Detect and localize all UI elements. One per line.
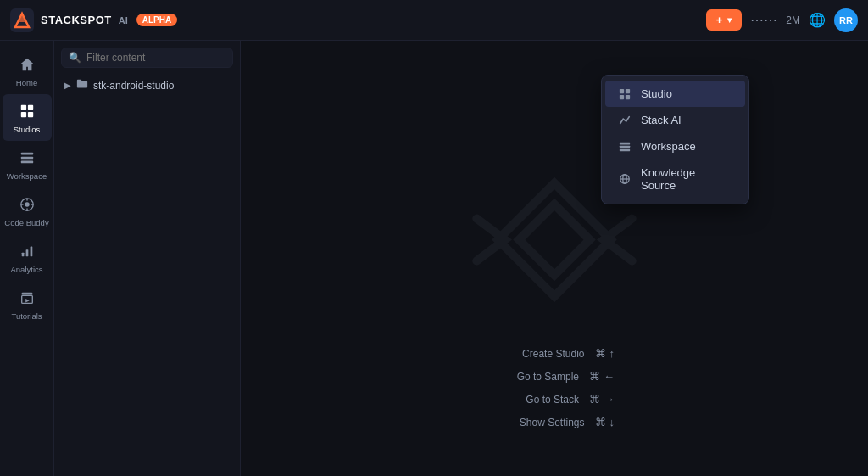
main-area: Create Studio ⌘ ↑ Go to Sample ⌘ ← Go to… [241,41,868,476]
dropdown-item-workspace[interactable]: Workspace [605,133,745,160]
key-down: ↓ [609,416,615,428]
key-left: ← [604,370,615,383]
svg-rect-24 [620,142,630,144]
svg-rect-8 [20,157,32,160]
svg-rect-19 [21,295,32,303]
dropdown-menu: Studio Stack AI Workspac [601,75,749,204]
shortcut-label-show-settings: Show Settings [500,417,585,428]
tree-item-label: stk-android-studio [93,80,174,92]
main-layout: Home Studios Work [0,41,868,476]
shortcut-keys-goto-sample: ⌘ ← [589,370,615,383]
key-up: ↑ [609,347,615,360]
key-right: → [604,393,615,406]
sidebar-item-home[interactable]: Home [3,48,52,94]
shortcuts-panel: Create Studio ⌘ ↑ Go to Sample ⌘ ← Go to… [494,342,615,434]
sidebar: Home Studios Work [0,41,54,476]
sidebar-label-tutorials: Tutorials [11,311,42,321]
shortcut-row-goto-stack: Go to Stack ⌘ → [494,388,615,411]
svg-rect-23 [626,94,630,98]
search-input[interactable] [86,52,225,64]
svg-rect-17 [25,249,28,256]
svg-rect-25 [620,145,630,148]
logo-icon [10,8,34,32]
shortcut-keys-create-studio: ⌘ ↑ [595,347,615,360]
grid-menu-button[interactable]: ⋯⋯ [750,12,777,28]
sidebar-label-code-buddy: Code Buddy [4,218,48,227]
svg-rect-20 [620,88,624,92]
search-icon: 🔍 [69,52,81,64]
sidebar-label-analytics: Analytics [10,265,42,274]
plan-text: 2M [786,14,800,26]
brand-name: STACKSPOT [41,14,112,26]
sidebar-label-workspace: Workspace [7,171,47,181]
dropdown-item-stack-ai[interactable]: Stack AI [605,107,745,133]
grid-icon: ⋯⋯ [750,12,777,28]
dropdown-label-stack-ai: Stack AI [641,114,682,126]
header-right: + ▾ ⋯⋯ 2M 🌐 RR [706,8,858,32]
shortcut-label-goto-sample: Go to Sample [494,371,579,383]
shortcut-label-create-studio: Create Studio [500,348,585,360]
shortcut-row-goto-sample: Go to Sample ⌘ ← [494,365,615,388]
dropdown-label-knowledge: Knowledge Source [641,166,733,192]
key-cmd: ⌘ [589,370,600,383]
new-button[interactable]: + ▾ [706,9,743,31]
chevron-right-icon: ▶ [64,81,71,90]
sidebar-item-studios[interactable]: Studios [3,94,52,141]
shortcut-label-goto-stack: Go to Stack [494,394,579,406]
dropdown-label-workspace: Workspace [641,140,696,153]
sidebar-label-studios: Studios [14,125,41,134]
dropdown-item-knowledge-source[interactable]: Knowledge Source [605,160,745,199]
stack-ai-icon [617,115,632,126]
svg-rect-7 [20,153,32,155]
tree-item-studio[interactable]: ▶ stk-android-studio [61,75,233,96]
home-icon [17,54,37,75]
svg-rect-3 [20,105,25,110]
header-left: STACKSPOT AI ALPHA [10,8,177,32]
chevron-down-icon: ▾ [727,15,732,25]
svg-point-11 [25,202,29,206]
knowledge-icon [617,173,632,185]
sidebar-label-home: Home [16,78,37,87]
tutorials-icon [17,288,37,308]
search-bar[interactable]: 🔍 [61,48,233,68]
alpha-badge: ALPHA [136,14,177,26]
code-buddy-icon [17,194,37,215]
sidebar-item-analytics[interactable]: Analytics [3,234,52,281]
studio-icon [617,88,632,100]
key-cmd: ⌘ [589,393,600,406]
svg-rect-18 [30,247,32,257]
key-cmd: ⌘ [595,416,606,428]
svg-rect-21 [626,88,630,92]
shortcut-row-show-settings: Show Settings ⌘ ↓ [494,411,615,434]
svg-rect-5 [20,112,25,117]
studios-icon [17,101,37,121]
folder-icon [76,78,88,92]
file-tree: 🔍 ▶ stk-android-studio [54,41,241,476]
svg-rect-16 [21,253,24,257]
analytics-icon [17,241,37,261]
shortcut-keys-goto-stack: ⌘ → [589,393,615,406]
sidebar-item-tutorials[interactable]: Tutorials [3,281,52,328]
globe-icon: 🌐 [809,12,826,28]
key-cmd: ⌘ [595,347,606,360]
workspace-dropdown-icon [617,141,632,153]
plus-icon: + [716,14,723,26]
svg-rect-4 [27,105,32,110]
svg-rect-22 [620,94,624,98]
sidebar-item-workspace[interactable]: Workspace [3,141,52,188]
svg-rect-26 [620,148,630,151]
svg-rect-9 [20,161,32,164]
sidebar-item-code-buddy[interactable]: Code Buddy [3,188,52,234]
dropdown-label-studio: Studio [641,87,672,100]
shortcut-keys-show-settings: ⌘ ↓ [595,416,615,428]
svg-rect-6 [27,112,32,117]
ai-label: AI [119,15,128,25]
shortcut-row-create-studio: Create Studio ⌘ ↑ [494,342,615,365]
header: STACKSPOT AI ALPHA + ▾ ⋯⋯ 2M 🌐 RR [0,0,868,41]
workspace-icon [17,148,37,168]
user-avatar[interactable]: RR [834,8,858,32]
dropdown-item-studio[interactable]: Studio [605,81,745,107]
